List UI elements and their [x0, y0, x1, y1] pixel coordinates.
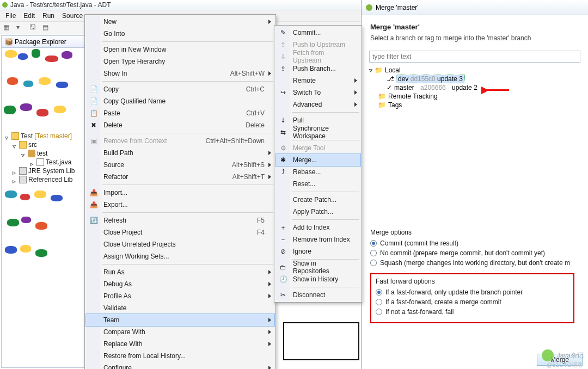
radio-icon[interactable] [376, 309, 382, 315]
branch-name: master [394, 84, 414, 91]
opt-squash[interactable]: Squash (merge changes into working direc… [370, 258, 588, 268]
menu-item-icon: ⇩ [279, 52, 287, 61]
menu-item-apply-patch[interactable]: Apply Patch... [275, 206, 360, 218]
menu-item-synchronize-workspace[interactable]: ⇆Synchronize Workspace [275, 126, 360, 138]
menu-item-switch-to[interactable]: ↪Switch To [275, 87, 360, 99]
tags-node[interactable]: 📁Tags [369, 101, 580, 109]
expand-icon[interactable]: ▹ [13, 177, 17, 182]
menu-item-remote[interactable]: Remote [275, 75, 360, 87]
ff-fail[interactable]: If not a fast-forward, fail [376, 307, 569, 317]
branch-dev[interactable]: ⎇ dev dd155c0 update 3 [369, 75, 580, 83]
menu-item-new[interactable]: New [86, 16, 274, 28]
menu-item-compare-with[interactable]: Compare With [86, 326, 274, 338]
radio-icon[interactable] [370, 240, 377, 247]
menu-item-reset[interactable]: Reset... [275, 178, 360, 190]
menu-item-shortcut: Delete [246, 121, 265, 129]
window-title: Java - Test/src/test/Test.java - ADT [10, 1, 111, 9]
menu-item-close-project[interactable]: Close ProjectF4 [86, 226, 274, 238]
menu-item-disconnect[interactable]: ✂Disconnect [275, 289, 360, 301]
referenced-lib[interactable]: ▹ Referenced Lib [3, 175, 97, 184]
menu-item-show-in[interactable]: Show InAlt+Shift+W [86, 67, 274, 79]
branch-tree[interactable]: ▿📁Local ⎇ dev dd155c0 update 3 ✓ master … [369, 66, 580, 109]
menu-item-refactor[interactable]: RefactorAlt+Shift+T [86, 171, 274, 183]
menu-item-copy[interactable]: 📄CopyCtrl+C [86, 83, 274, 95]
menu-item-open-type-hierarchy[interactable]: Open Type Hierarchy [86, 56, 274, 67]
menu-file[interactable]: File [2, 11, 19, 21]
menu-item-assign-working-sets[interactable]: Assign Working Sets... [86, 250, 274, 262]
ff-only-update[interactable]: If a fast-forward, only update the branc… [376, 287, 569, 297]
menu-item-label: Show In [103, 70, 230, 77]
menu-item-source[interactable]: SourceAlt+Shift+S [86, 159, 274, 171]
project-node[interactable]: ▿ Test [Test master] [3, 132, 97, 140]
menu-item-delete[interactable]: ✖DeleteDelete [86, 119, 274, 131]
menu-item-copy-qualified-name[interactable]: 📄Copy Qualified Name [86, 95, 274, 107]
menu-item-icon: ⇣ [279, 116, 287, 125]
menu-item-configure[interactable]: Configure [86, 362, 274, 369]
menu-item-remove-from-index[interactable]: －Remove from Index [275, 233, 360, 245]
toolbar-icon[interactable]: ▾ [16, 23, 25, 32]
menu-item-show-in-repositories[interactable]: 🗀Show in Repositories [275, 261, 360, 273]
menu-item-rebase[interactable]: ⤴Rebase... [275, 166, 360, 178]
menu-item-ignore[interactable]: ⊘Ignore [275, 245, 360, 257]
expand-icon[interactable]: ▹ [13, 169, 17, 174]
submenu-arrow-icon [268, 270, 271, 274]
menu-run[interactable]: Run [39, 11, 58, 21]
toolbar-icon[interactable]: ▤ [42, 23, 51, 32]
menu-item-push-branch[interactable]: ⇪Push Branch... [275, 63, 360, 75]
expand-icon[interactable]: ▿ [369, 66, 372, 74]
menu-item-build-path[interactable]: Build Path [86, 147, 274, 159]
toolbar-icon[interactable]: 🖫 [29, 23, 38, 32]
menu-source[interactable]: Source [59, 11, 86, 21]
menu-item-label: Add to Index [293, 224, 351, 231]
menu-item-export[interactable]: 📤Export... [86, 199, 274, 211]
expand-icon[interactable]: ▹ [30, 160, 35, 165]
menu-item-label: Validate [103, 304, 265, 312]
package-node[interactable]: ▿ test [3, 149, 97, 158]
menu-item-show-in-history[interactable]: 🕘Show in History [275, 273, 360, 285]
menu-item-merge-tool: ⚙Merge Tool [275, 142, 360, 154]
menu-item-add-to-index[interactable]: ＋Add to Index [275, 222, 360, 233]
radio-icon[interactable] [376, 289, 382, 296]
expand-icon[interactable]: ▿ [13, 143, 17, 147]
menu-item-create-patch[interactable]: Create Patch... [275, 194, 360, 206]
menu-item-run-as[interactable]: Run As [86, 266, 274, 278]
toolbar-icon[interactable]: ▦ [3, 23, 12, 32]
context-menu[interactable]: NewGo IntoOpen in New WindowOpen Type Hi… [84, 14, 276, 369]
menu-item-label: Team [103, 316, 265, 324]
menu-item-debug-as[interactable]: Debug As [86, 278, 274, 290]
menu-item-restore-from-local-history[interactable]: Restore from Local History... [86, 350, 274, 362]
filter-input[interactable] [369, 51, 580, 63]
menu-item-advanced[interactable]: Advanced [275, 99, 360, 110]
dialog-titlebar[interactable]: Merge 'master' [362, 0, 588, 15]
expand-icon[interactable]: ▿ [5, 134, 10, 139]
menu-item-refresh[interactable]: 🔃RefreshF5 [86, 214, 274, 226]
menu-item-open-in-new-window[interactable]: Open in New Window [86, 44, 274, 56]
menu-item-commit[interactable]: ✎Commit... [275, 27, 360, 39]
menu-edit[interactable]: Edit [20, 11, 38, 21]
opt-commit[interactable]: Commit (commit the result) [370, 238, 588, 248]
jre-lib[interactable]: ▹ JRE System Lib [3, 167, 97, 175]
java-file[interactable]: ▹ Test.java [3, 158, 97, 167]
radio-icon[interactable] [376, 299, 382, 305]
menu-item-go-into[interactable]: Go Into [86, 28, 274, 40]
menu-item-team[interactable]: Team [86, 314, 274, 326]
menu-item-import[interactable]: 📥Import... [86, 187, 274, 199]
radio-icon[interactable] [370, 250, 377, 256]
expand-icon[interactable]: ▿ [21, 151, 26, 156]
opt-no-commit[interactable]: No commit (prepare merge commit, but don… [370, 248, 588, 258]
menu-item-profile-as[interactable]: Profile As [86, 290, 274, 302]
local-node[interactable]: ▿📁Local [369, 66, 580, 75]
menu-item-validate[interactable]: Validate [86, 302, 274, 314]
submenu-arrow-icon [268, 342, 271, 346]
remote-tracking-node[interactable]: 📁Remote Tracking [369, 92, 580, 101]
menu-item-paste[interactable]: 📋PasteCtrl+V [86, 107, 274, 119]
radio-icon[interactable] [370, 260, 377, 266]
team-submenu[interactable]: ✎Commit...⇪Push to Upstream⇩Fetch from U… [274, 25, 362, 303]
menu-item-replace-with[interactable]: Replace With [86, 338, 274, 350]
menu-item-merge[interactable]: ✱Merge... [275, 154, 360, 166]
ff-create-commit[interactable]: If a fast-forward, create a merge commit [376, 297, 569, 307]
menu-item-label: Switch To [293, 89, 351, 96]
branch-master[interactable]: ✓ master a206666 update 2 [369, 83, 580, 92]
menu-item-close-unrelated-projects[interactable]: Close Unrelated Projects [86, 238, 274, 250]
src-folder[interactable]: ▿ src [3, 140, 97, 149]
